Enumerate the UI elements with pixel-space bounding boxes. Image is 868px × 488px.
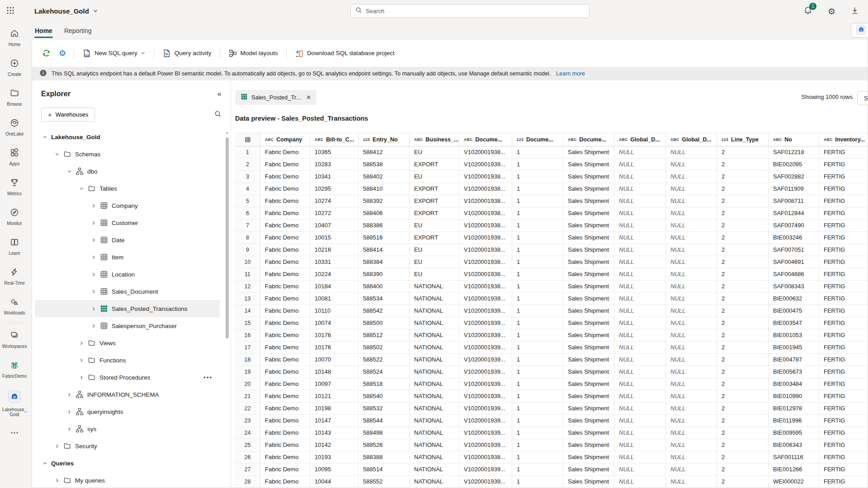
fabric-app-window: Lakehouse_Gold 1 ⚙ — [0, 0, 868, 488]
downloadproj-icon — [295, 49, 304, 58]
row-number-cell: 16 — [235, 329, 260, 341]
tree-item-stored-procedures[interactable]: Stored Procedures••• — [35, 369, 220, 386]
data-cell: WEI000022 — [769, 476, 819, 488]
tree-item-tables[interactable]: Tables — [35, 180, 220, 197]
open-table-tab[interactable]: Sales_Posted_Tr... ✕ — [235, 90, 316, 105]
data-cell: 2 — [717, 317, 769, 329]
new-sql-query-button[interactable]: SQLNew SQL query — [78, 46, 150, 61]
data-cell: NULL — [614, 293, 666, 305]
tree-item-location[interactable]: Location — [35, 266, 220, 283]
rail-item-workspaces[interactable]: Workspaces — [0, 330, 29, 349]
scrollbar-thumb[interactable] — [226, 137, 229, 338]
more-options-icon[interactable]: ••• — [203, 374, 220, 381]
app-launcher-button[interactable] — [0, 0, 21, 22]
data-cell: V1020001938... — [459, 146, 512, 158]
tree-item-sys[interactable]: sys — [35, 420, 220, 437]
tree-item-schemas[interactable]: Schemas — [35, 145, 220, 163]
data-cell: Fabric Demo — [260, 293, 310, 305]
model-layouts-button[interactable]: Model layouts — [224, 46, 283, 61]
settings-button[interactable]: ⚙ — [828, 6, 835, 16]
row-number-cell: 19 — [235, 366, 260, 378]
rail-item-more[interactable] — [0, 428, 29, 439]
data-cell: Sales Shipment — [563, 232, 614, 244]
data-cell: NULL — [614, 207, 666, 219]
scroll-up-icon[interactable]: ▲ — [225, 131, 229, 134]
tree-item-my-queries[interactable]: My queries — [35, 472, 220, 488]
workloads-icon — [9, 297, 19, 309]
tree-item-dbo[interactable]: dbo — [35, 163, 220, 180]
settings-button[interactable]: ⚙ — [55, 46, 70, 61]
column-type-text-icon: ABC — [824, 137, 832, 142]
tree-item-views[interactable]: Views — [35, 334, 220, 352]
data-cell: NULL — [666, 268, 717, 280]
table-search-label: Search — [864, 95, 868, 102]
data-cell: FERTIG — [819, 171, 868, 183]
table-search-button[interactable]: Search — [857, 91, 868, 105]
data-cell: NULL — [666, 305, 717, 317]
sqldoc-icon: SQL — [82, 49, 91, 58]
banner-text: This SQL analytics endpoint has a defaul… — [52, 70, 551, 77]
table-row: 24Fabric Demo10143588498NATIONALV1020001… — [235, 427, 868, 439]
rail-item-home[interactable]: Home — [0, 28, 29, 47]
query-activity-button[interactable]: Query activity — [158, 46, 216, 61]
data-cell: 588400 — [359, 281, 410, 292]
refresh-button[interactable] — [38, 46, 54, 61]
tree-item-security[interactable]: Security — [35, 437, 220, 455]
data-cell: Sales Shipment — [563, 415, 614, 427]
tree-item-queries[interactable]: Queries — [35, 455, 220, 472]
rail-item-browse[interactable]: Browse — [0, 88, 29, 107]
data-cell: 588390 — [359, 268, 410, 280]
downloads-button[interactable] — [851, 6, 859, 16]
tree-item-information-schema[interactable]: INFORMATION_SCHEMA — [35, 386, 220, 403]
tree-item-customer[interactable]: Customer — [35, 214, 220, 231]
data-cell: 2 — [717, 183, 769, 195]
data-cell: 10407 — [310, 220, 359, 231]
rail-item-workloads[interactable]: Workloads — [0, 297, 29, 315]
download-icon — [851, 6, 859, 16]
data-cell: 588544 — [359, 415, 410, 427]
close-icon[interactable]: ✕ — [306, 94, 311, 101]
workspace-switcher[interactable]: Lakehouse_Gold — [34, 7, 98, 15]
data-cell: NATIONAL — [410, 293, 459, 305]
rail-item-onelake[interactable]: OneLake — [0, 118, 29, 136]
data-cell: EU — [410, 256, 459, 268]
rail-item-fabricdemo[interactable]: FabricDemo — [0, 360, 29, 379]
data-cell: 2 — [717, 342, 769, 353]
table-row: 4Fabric Demo10295588410EXPORTV1020001938… — [235, 183, 868, 195]
download-sql-project-button[interactable]: Download SQL database project — [290, 46, 399, 61]
tree-item-lakehouse-gold[interactable]: Lakehouse_Gold — [35, 128, 220, 145]
tree-item-date[interactable]: Date — [35, 231, 220, 249]
endpoint-switcher-button[interactable]: SQ — [851, 23, 868, 38]
add-warehouses-button[interactable]: + Warehouses — [41, 108, 95, 122]
data-cell: BIE010990 — [769, 390, 819, 402]
tree-item-sales-posted-transactions[interactable]: Sales_Posted_Transactions — [35, 300, 220, 317]
data-cell: NATIONAL — [410, 464, 459, 475]
notifications-button[interactable]: 1 — [803, 6, 812, 17]
rail-item-lakehouse-gold[interactable]: Lakehouse_ Gold — [0, 390, 29, 417]
rail-item-monitor[interactable]: Monitor — [0, 207, 29, 226]
tree-item-salesperson-purchaser[interactable]: Salesperson_Purchaser — [35, 317, 220, 334]
tab-reporting[interactable]: Reporting — [58, 22, 98, 39]
tree-item-functions[interactable]: Functions — [35, 352, 220, 369]
refresh-icon — [42, 49, 51, 57]
rail-item-apps[interactable]: Apps — [0, 148, 29, 166]
learn-icon — [9, 237, 19, 249]
rail-item-create[interactable]: Create — [0, 58, 29, 77]
learn-more-link[interactable]: Learn more — [556, 70, 585, 77]
column-label: Docume... — [475, 136, 502, 143]
tree-item-sales-document[interactable]: Sales_Document — [35, 283, 220, 300]
tree-item-company[interactable]: Company — [35, 197, 220, 214]
rail-item-metrics[interactable]: Metrics — [0, 178, 29, 196]
explorer-search-icon[interactable] — [214, 110, 222, 119]
tree-item-queryinsights[interactable]: queryinsights — [35, 403, 220, 420]
rail-item-learn[interactable]: Learn — [0, 237, 29, 256]
collapse-panel-icon[interactable]: « — [217, 89, 222, 99]
data-cell: NULL — [614, 427, 666, 439]
tree-item-label: dbo — [87, 168, 98, 175]
tab-home[interactable]: Home — [29, 22, 58, 39]
search-input[interactable] — [366, 8, 585, 14]
rail-item-realtime[interactable]: Real-Time — [0, 267, 29, 286]
data-cell: NULL — [666, 476, 717, 488]
tree-item-item[interactable]: Item — [35, 249, 220, 266]
data-cell: 1 — [512, 281, 563, 292]
